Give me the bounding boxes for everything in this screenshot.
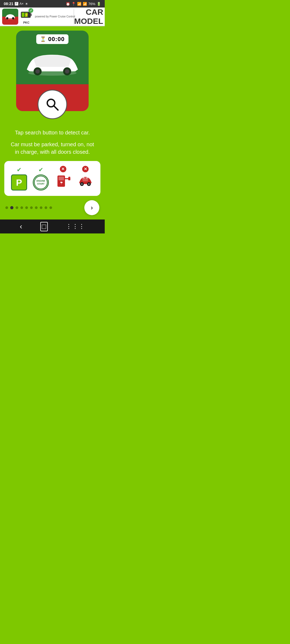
dot-8[interactable]	[45, 206, 47, 209]
text-size-icon: A×	[20, 2, 24, 6]
svg-text:START: START	[37, 182, 45, 185]
back-button[interactable]: ‹	[20, 222, 22, 231]
svg-line-14	[54, 106, 58, 110]
dot-5[interactable]	[30, 206, 33, 209]
dot-1[interactable]	[10, 206, 13, 209]
status-bar: 08:21 🅿 A× ☀ ⏰ 📍 📶 📶 76% 🔋	[0, 0, 105, 8]
condition-doors: ✕	[77, 166, 94, 191]
svg-rect-22	[68, 177, 70, 180]
dot-7[interactable]	[40, 206, 42, 209]
status-left: 08:21 🅿 A× ☀	[4, 2, 28, 6]
dot-4[interactable]	[25, 206, 28, 209]
engine-start-icon: ENGINE START	[33, 174, 49, 191]
search-icon	[45, 97, 60, 112]
home-button[interactable]: □	[40, 222, 48, 231]
notification-icon: 🅿	[15, 2, 18, 6]
dot-3[interactable]	[20, 206, 23, 209]
status-right: ⏰ 📍 📶 📶 76% 🔋	[66, 2, 101, 6]
parking-icon: P	[11, 174, 27, 191]
app-header: ⚡ ✓ PKC powered by Power Cruise Control …	[0, 8, 105, 26]
svg-point-2	[12, 17, 14, 19]
dot-0[interactable]	[5, 206, 8, 209]
dots-container	[5, 206, 52, 209]
pkc-label: PKC	[23, 21, 29, 24]
pkc-logo: ⚡ ✓ PKC	[20, 9, 32, 24]
nav-bar: ‹ □ ⋮⋮⋮	[0, 219, 105, 233]
check-engine-icon: ✔	[38, 166, 43, 173]
recent-apps-button[interactable]: ⋮⋮⋮	[66, 223, 85, 230]
svg-point-1	[6, 17, 8, 19]
wifi-icon: 📶	[77, 2, 81, 6]
condition-charge: ✕	[55, 166, 71, 191]
svg-text:ENGINE: ENGINE	[37, 180, 45, 182]
status-time: 08:21	[4, 2, 13, 6]
doors-open-icon	[77, 173, 94, 191]
location-icon: 📍	[71, 2, 76, 6]
svg-point-28	[88, 183, 90, 185]
timer-badge: ⏳ 00:00	[36, 34, 68, 44]
svg-rect-23	[69, 177, 69, 178]
svg-point-26	[81, 183, 83, 185]
dot-2[interactable]	[16, 206, 18, 209]
instruction-line1: Tap search button to detect car.	[10, 129, 95, 136]
home-icon: □	[40, 222, 48, 231]
powered-by-text: powered by Power Cruise Control	[33, 15, 71, 18]
svg-rect-24	[70, 177, 70, 178]
battery-text: 76%	[88, 2, 95, 6]
svg-rect-19	[59, 177, 64, 180]
instruction-line2: Car must be parked, turned on, not in ch…	[10, 141, 95, 156]
instruction-area: Tap search button to detect car. Car mus…	[4, 129, 100, 160]
condition-engine: ✔ ENGINE START	[33, 166, 49, 191]
back-icon: ‹	[20, 222, 22, 231]
alarm-icon: ⏰	[66, 2, 70, 6]
next-button[interactable]: ›	[84, 200, 99, 215]
hourglass-icon: ⏳	[40, 36, 46, 42]
svg-rect-4	[31, 13, 32, 16]
app-logo	[2, 9, 18, 25]
check-parked-icon: ✔	[17, 166, 21, 173]
brand-section: ⚡ ✓ PKC powered by Power Cruise Control	[20, 9, 74, 24]
condition-parked: ✔ P	[11, 166, 27, 191]
search-button[interactable]	[38, 90, 67, 119]
car-silhouette	[21, 49, 83, 77]
cross-doors-icon: ✕	[82, 166, 89, 172]
next-arrow-icon: ›	[91, 204, 93, 211]
page-title: CAR MODEL	[74, 8, 105, 26]
car-app-card: ⏳ 00:00	[16, 31, 89, 106]
signal-icon: 📶	[83, 2, 87, 6]
check-badge: ✓	[28, 8, 33, 13]
recent-apps-icon: ⋮⋮⋮	[66, 223, 85, 230]
card-green-section: ⏳ 00:00	[16, 31, 89, 84]
charging-icon	[55, 173, 71, 191]
brightness-icon: ☀	[25, 2, 28, 6]
car-logo-icon	[4, 13, 16, 20]
svg-point-12	[65, 69, 69, 74]
conditions-card: ✔ P ✔ ENGINE START ✕	[4, 161, 100, 196]
main-content: ⏳ 00:00	[0, 26, 105, 219]
timer-display: 00:00	[48, 36, 64, 43]
pagination-area: ›	[4, 200, 100, 215]
svg-text:⚡: ⚡	[24, 13, 29, 17]
dot-9[interactable]	[49, 206, 52, 209]
dot-6[interactable]	[35, 206, 38, 209]
battery-icon: 🔋	[97, 2, 101, 6]
svg-point-10	[35, 69, 40, 74]
cross-charge-icon: ✕	[60, 166, 66, 172]
